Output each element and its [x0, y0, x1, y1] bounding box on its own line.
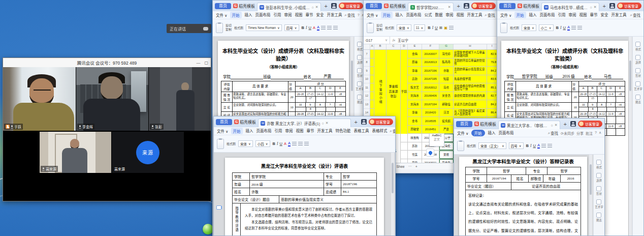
align-center-icon[interactable]: [449, 26, 454, 30]
task-pane-icon[interactable]: 格式: [635, 42, 641, 51]
guest-login-button[interactable]: 访客登录: [578, 121, 602, 127]
help-icon[interactable]: ?: [595, 131, 597, 136]
paste-button[interactable]: [367, 23, 374, 33]
home-tab[interactable]: 首页: [499, 3, 516, 9]
bold-button[interactable]: B: [428, 25, 430, 30]
user-avatar[interactable]: [609, 3, 615, 9]
document-tab[interactable]: W 黑龙江大学本..（审核）记录表 ○ ✕: [498, 121, 560, 129]
document-tab[interactable]: W 许敬 黑龙江大学..计）评语表(1) ○ ✕: [258, 119, 351, 127]
font-size-select[interactable]: 四号∨: [509, 142, 524, 149]
bold-button[interactable]: B: [302, 25, 304, 30]
location-pin-button[interactable]: [426, 149, 434, 157]
highlight-button[interactable]: A: [313, 25, 315, 30]
task-pane-icon[interactable]: 选择: [635, 55, 641, 65]
task-pane-strip[interactable]: 格式选择形状艺术字图表: [593, 155, 604, 235]
task-pane-icon[interactable]: 选择: [357, 55, 363, 65]
docer-tab[interactable]: 稻稻壳模板: [474, 121, 496, 127]
video-tile[interactable]: 来源 高来源: [112, 132, 184, 173]
formula-bar[interactable]: G17∨ fx 王以宁: [364, 37, 498, 44]
borders-button[interactable]: ⊞: [439, 25, 442, 30]
find-button[interactable]: ⌕查找: [485, 12, 495, 18]
video-tile[interactable]: 张彭: [149, 67, 211, 131]
align-center-icon[interactable]: [327, 26, 332, 30]
user-avatar[interactable]: [464, 3, 469, 9]
align-center-icon[interactable]: [298, 142, 303, 146]
find-button[interactable]: ⌕查找: [345, 12, 355, 18]
file-menu[interactable]: 文件 ∨: [457, 130, 469, 136]
italic-button[interactable]: I: [560, 25, 562, 30]
copy-button[interactable]: 复制: [226, 28, 232, 32]
task-pane-icon[interactable]: 图表: [596, 213, 602, 222]
home-tab[interactable]: 首页: [216, 119, 232, 125]
file-menu[interactable]: 文件 ∨: [217, 128, 229, 134]
close-tab-icon[interactable]: ✕: [594, 5, 597, 9]
video-tile[interactable]: 李金辉: [76, 67, 148, 131]
guest-login-button[interactable]: 访客登录: [369, 119, 393, 125]
pin-tab-icon[interactable]: ○: [321, 122, 324, 125]
comment-button[interactable]: 批注: [586, 131, 593, 136]
sync-status[interactable]: ⟳未同步: [561, 131, 574, 136]
align-center-icon[interactable]: [577, 26, 582, 30]
ribbon-toolbar[interactable]: 剪切复制 格式刷 Times New Roman∨ 四号∨ B I U A A: [213, 19, 365, 37]
align-left-icon[interactable]: [321, 26, 326, 30]
font-size-select[interactable]: 11∨: [414, 24, 426, 31]
task-pane-strip[interactable]: 格式选择形状艺术字图表: [632, 37, 643, 235]
floating-app-ball-icon[interactable]: [203, 224, 213, 234]
close-tab-icon[interactable]: ✕: [326, 121, 329, 125]
font-name-select[interactable]: 宋体∨: [238, 140, 253, 147]
menu-bar[interactable]: 文件 ∨ 开始插入页面布局 ⌕查找 ⟳未同步 分享 批注 ? ∧: [454, 129, 604, 137]
font-color-button[interactable]: A: [317, 25, 319, 31]
comment-icon[interactable]: [216, 205, 221, 210]
style-gallery-fragment[interactable]: AaBbC正文: [429, 133, 444, 146]
close-tab-icon[interactable]: ✕: [315, 5, 318, 9]
video-tile[interactable]: 于跃: [3, 67, 76, 131]
wps-writer-window-review-form[interactable]: 首页 稻稻壳模板 W 许敬 黑龙江大学..计）评语表(1) ○ ✕ + 访客登录…: [213, 116, 396, 236]
font-name-select[interactable]: 宋体（正文）∨: [478, 142, 506, 149]
vertical-scrollbar[interactable]: [629, 37, 632, 235]
menu-bar[interactable]: 文件 ∨ 开始插入页面布局引用审阅视图章节开发工具特色功能表格工具表格样式 ⌕查…: [214, 127, 395, 135]
paste-button[interactable]: [216, 23, 223, 33]
format-painter-button[interactable]: 格式刷: [227, 141, 236, 146]
help-icon[interactable]: ?: [358, 13, 360, 17]
guest-login-button[interactable]: 访客登录: [339, 3, 363, 9]
underline-button[interactable]: U: [435, 25, 437, 30]
align-left-icon[interactable]: [571, 26, 576, 30]
document-tab[interactable]: S 哲学学院202..成绩单（分组表 ✕: [408, 3, 454, 11]
format-painter-button[interactable]: 格式刷: [467, 143, 476, 148]
document-page[interactable]: 黑龙江大学本科生毕业论文（设计）评语表 学院 哲学学院 专业 哲学 年级 201…: [225, 158, 384, 235]
new-tab-button[interactable]: +: [323, 3, 329, 9]
italic-button[interactable]: I: [432, 25, 434, 30]
guest-login-button[interactable]: 访客登录: [617, 3, 641, 9]
new-tab-button[interactable]: +: [353, 119, 359, 125]
vertical-scrollbar[interactable]: [589, 155, 592, 235]
share-button[interactable]: 分享: [576, 131, 584, 136]
vertical-scrollbar[interactable]: [391, 153, 394, 235]
task-pane-icon[interactable]: 形状: [357, 68, 363, 78]
ribbon-toolbar[interactable]: 格式刷 宋体（正文）∨ 四号∨ B I U A: [454, 137, 604, 155]
meeting-title-bar[interactable]: 腾讯会议 会议号：970 592 489 — ▢: [3, 58, 211, 67]
align-center-icon[interactable]: [548, 144, 552, 148]
ribbon-toolbar[interactable]: 格式刷 宋体∨ 小二∨ B I U A: [497, 19, 643, 37]
home-tab[interactable]: 首页: [215, 3, 231, 9]
docer-tab[interactable]: 稻稻壳模板: [233, 3, 255, 9]
cut-button[interactable]: 剪切: [376, 24, 382, 27]
align-right-icon[interactable]: [333, 26, 338, 30]
task-pane-icon[interactable]: 形状: [635, 68, 641, 78]
sheet-tab[interactable]: Shee: [396, 165, 404, 168]
user-avatar[interactable]: [331, 3, 337, 9]
format-painter-button[interactable]: 格式刷: [510, 25, 519, 30]
bold-button[interactable]: B: [273, 141, 275, 146]
task-pane-icon[interactable]: 图表: [357, 95, 363, 104]
font-name-select[interactable]: 宋体∨: [522, 24, 536, 31]
file-menu[interactable]: 文件 ∨: [367, 12, 378, 18]
cut-button[interactable]: 剪切: [226, 24, 232, 27]
pin-tab-icon[interactable]: ○: [590, 6, 592, 9]
docer-tab[interactable]: 稻稻壳模板: [384, 3, 406, 9]
underline-button[interactable]: U: [533, 143, 535, 148]
find-button[interactable]: ⌕查找: [548, 130, 558, 136]
document-area[interactable]: 黑龙江大学本科生毕业论文（设计）评语表 学院 哲学学院 专业 哲学 年级 201…: [214, 153, 395, 235]
merged-chair-cell[interactable]: 于跃: [401, 50, 408, 134]
pin-tab-icon[interactable]: ○: [551, 124, 553, 127]
italic-button[interactable]: I: [530, 143, 532, 148]
task-pane-icon[interactable]: 艺术字: [595, 199, 603, 209]
